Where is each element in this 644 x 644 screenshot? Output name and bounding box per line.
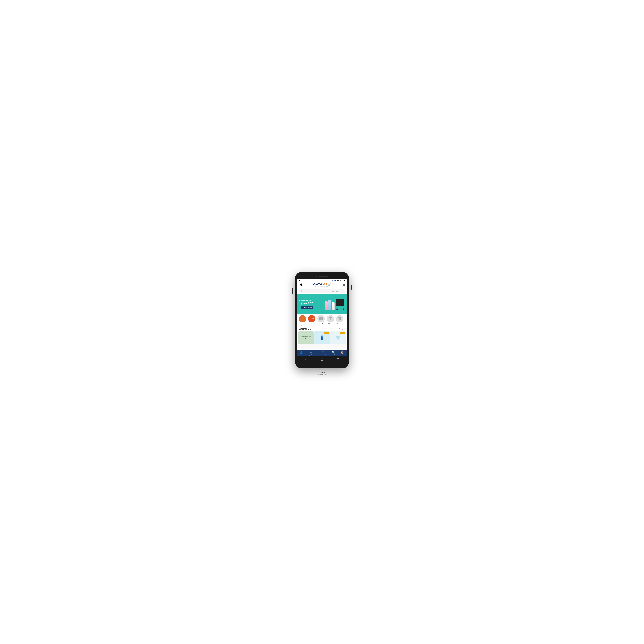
front-camera <box>316 276 317 277</box>
recents-button[interactable] <box>336 358 339 361</box>
promo-banner[interactable]: thepinkelephant ✦ %20 خصم اشترى طوالي <box>297 294 347 314</box>
category-item-17inch[interactable]: 17 inch <box>317 315 325 325</box>
phone-top-bar <box>297 274 347 279</box>
bottom-navigation: 👤 حسابي 🛒 سلة التسوق ♡ قائمة الرغبات 🔍 ا… <box>297 350 347 356</box>
bottle-white <box>332 302 335 310</box>
nav-label-cart: سلة التسوق <box>309 354 314 356</box>
banner-discount-text: %20 خصم <box>301 302 313 305</box>
logo-cart-icon: 🛒 <box>328 283 331 286</box>
home-icon: 🏠 <box>341 351 344 354</box>
stroller-wheel-left <box>336 308 338 310</box>
page-wrapper: 4:35 ⚙ G ✉ 📷 ▲ ▌▌ ▮ 🛍 0 <box>295 266 349 379</box>
discount-badge-2: تخفيض <box>324 332 329 334</box>
category-circle-partial1 <box>299 315 306 322</box>
stroller-wheel-right <box>343 308 344 310</box>
recents-square-icon <box>337 358 339 360</box>
search-bar[interactable]: 🔍 أدخل كلمة للبحث .. <box>299 289 345 293</box>
nav-item-account[interactable]: 👤 حسابي <box>300 351 303 356</box>
stroller-image <box>335 297 345 310</box>
section-title: جديد GataMall <box>299 328 312 330</box>
google-icon: G <box>333 280 335 281</box>
banner-content: thepinkelephant ✦ %20 خصم اشترى طوالي <box>299 299 313 309</box>
category-img-17inch <box>319 317 323 320</box>
account-icon: 👤 <box>300 351 303 354</box>
app-header: 🛍 0 GATAMA🛒 QUALITY AT THE BEST PRICES ☰ <box>297 282 347 288</box>
settings-icon: ⚙ <box>331 280 333 281</box>
search-placeholder: أدخل كلمة للبحث .. <box>304 290 343 292</box>
watermark-arabic-text: مستقل <box>317 371 327 373</box>
nav-label-account: حسابي <box>300 354 303 356</box>
section-view-all[interactable]: عرض الكل <box>339 328 345 330</box>
cart-badge: 0 <box>301 283 302 284</box>
logo: GATAMA🛒 QUALITY AT THE BEST PRICES <box>313 283 331 287</box>
baby-bottles-image <box>325 300 335 310</box>
nav-label-store: المتجر <box>332 354 335 356</box>
wishlist-icon-1[interactable]: ♡ <box>331 332 333 334</box>
banner-images <box>325 297 345 310</box>
status-time: 4:35 <box>299 279 302 281</box>
phone-bottom-bar <box>297 362 347 366</box>
discount-badge-1: تخفيض <box>340 332 345 334</box>
category-label-accessories: Accessories <box>308 323 315 325</box>
shopping-cart-icon: 🛒 <box>310 351 313 354</box>
wishlist-nav-icon: ♡ <box>322 351 324 354</box>
product-grid: 👕 تخفيض ♡ 👗 تخفيض ♡ WORDPRESS 🚩 ♡ <box>297 331 347 350</box>
home-circle-icon <box>321 358 323 361</box>
product-card-1[interactable]: 👕 تخفيض ♡ <box>330 331 346 349</box>
nav-item-wishlist[interactable]: ♡ قائمة الرغبات <box>320 351 326 356</box>
banner-brand-text: thepinkelephant ✦ <box>299 299 313 301</box>
wifi-icon: ▲ <box>339 280 341 281</box>
logo-ma-text: MA <box>322 283 328 286</box>
cart-button[interactable]: 🛍 0 <box>299 283 302 287</box>
mail-icon: ✉ <box>335 280 336 281</box>
category-item-accessories[interactable]: electro Accessories <box>308 315 316 325</box>
status-icons: ⚙ G ✉ 📷 ▲ ▌▌ ▮ <box>331 280 345 281</box>
category-item-123inch[interactable]: 12.3 inch <box>335 315 344 325</box>
phone-screen: 4:35 ⚙ G ✉ 📷 ▲ ▌▌ ▮ 🛍 0 <box>297 279 347 356</box>
category-item-15inch[interactable]: 15 inch <box>326 315 335 325</box>
signal-icon: ▌▌ <box>342 280 344 281</box>
status-bar: 4:35 ⚙ G ✉ 📷 ▲ ▌▌ ▮ <box>297 279 347 282</box>
nav-item-home[interactable]: 🏠 الرئيسية <box>340 351 344 356</box>
nav-item-store[interactable]: 🔍 المتجر <box>332 351 335 356</box>
phone-device: 4:35 ⚙ G ✉ 📷 ▲ ▌▌ ▮ 🛍 0 <box>295 272 349 368</box>
power-button[interactable] <box>292 288 293 294</box>
category-circle-15inch <box>327 315 334 322</box>
wishlist-icon-2[interactable]: ♡ <box>315 332 317 334</box>
category-label-17inch: 17 inch <box>319 323 323 325</box>
category-circle-123inch <box>336 315 343 322</box>
volume-button[interactable] <box>351 285 352 290</box>
category-circle-17inch <box>317 315 325 322</box>
wishlist-icon-3[interactable]: ♡ <box>299 332 301 334</box>
stroller-body <box>336 299 344 306</box>
home-hardware-button[interactable] <box>320 358 324 361</box>
battery-icon: ▮ <box>344 280 345 281</box>
product-card-2[interactable]: 👗 تخفيض ♡ <box>314 331 330 349</box>
section-header: عرض الكل جديد GataMall <box>297 327 347 331</box>
product-card-3[interactable]: WORDPRESS 🚩 ♡ <box>298 331 314 349</box>
watermark: مستقل mostaqi.com <box>317 371 327 375</box>
nav-item-cart[interactable]: 🛒 سلة التسوق <box>309 351 314 356</box>
watermark-latin-text: mostaqi.com <box>317 373 327 375</box>
category-img-123inch <box>338 317 341 320</box>
bottle-blue <box>328 300 331 310</box>
logo-tagline: QUALITY AT THE BEST PRICES <box>315 286 329 287</box>
search-icon: 🔍 <box>301 290 303 292</box>
bottle-pink <box>325 301 328 310</box>
back-button[interactable]: ◁ <box>305 358 308 361</box>
nav-label-wishlist: قائمة الرغبات <box>320 354 326 356</box>
category-circle-accessories: electro <box>308 315 315 322</box>
menu-button[interactable]: ☰ <box>343 283 345 287</box>
category-label-123inch: 12.3 inch <box>337 323 342 325</box>
category-item-partial1[interactable]: s &phy <box>298 315 307 325</box>
logo-gata-text: GATA <box>313 283 322 286</box>
android-navigation: ◁ <box>297 356 347 362</box>
category-img-15inch <box>329 317 332 320</box>
nav-label-home: الرئيسية <box>340 354 344 356</box>
camera-icon: 📷 <box>337 280 339 281</box>
category-label-15inch: 15 inch <box>328 323 332 325</box>
categories-row: s &phy electro Accessories 17 inch 1 <box>297 314 347 327</box>
banner-cta-button[interactable]: اشترى طوالي <box>301 306 313 309</box>
store-search-icon: 🔍 <box>332 351 335 354</box>
earpiece-speaker <box>319 276 328 277</box>
